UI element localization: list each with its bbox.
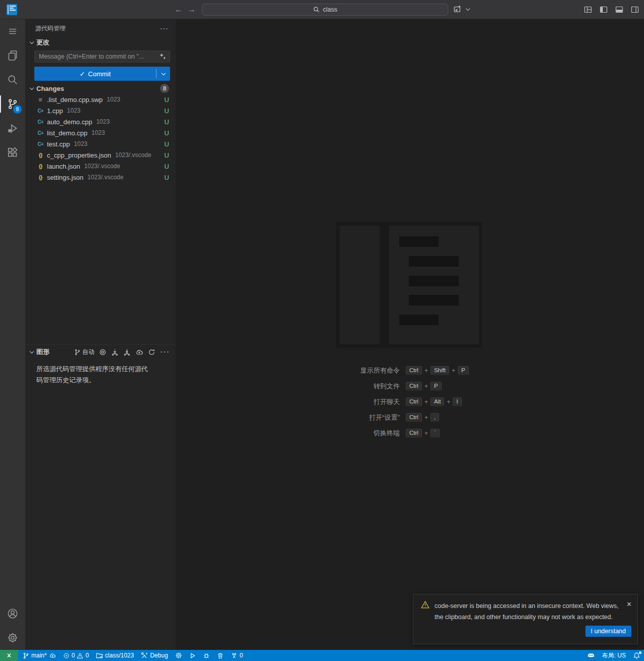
scm-file-row[interactable]: {} launch.json 1023/.vscode U [25,161,176,172]
scm-file-row[interactable]: C+ 1.cpp 1023 U [25,105,176,116]
file-type-icon: {} [36,152,44,158]
nav-back-icon[interactable]: ← [175,4,183,15]
sidebar-item-search[interactable] [0,68,25,92]
build-config-status[interactable]: Debug [137,650,171,661]
scm-file-row[interactable]: ≡ .list_demo.cpp.swp 1023 U [25,94,176,105]
commit-button[interactable]: ✓ Commit [34,67,170,81]
notification-dot [639,651,641,654]
copilot-status[interactable] [583,650,599,661]
file-status-untracked[interactable]: U [165,96,169,104]
empty-editor-watermark-illustration [336,222,482,348]
notifications-bell-button[interactable] [629,650,644,661]
customize-layout-icon[interactable] [584,6,592,14]
file-status-untracked[interactable]: U [165,174,169,181]
git-fetch-icon[interactable] [111,348,119,356]
new-window-icon [453,5,462,14]
generate-commit-message-icon[interactable] [159,53,167,60]
trash-icon [217,652,224,659]
file-status-untracked[interactable]: U [165,129,169,137]
file-status-untracked[interactable]: U [165,140,169,148]
scm-file-row[interactable]: {} c_cpp_properties.json 1023/.vscode U [25,149,176,161]
scm-file-row[interactable]: C+ auto_demo.cpp 1023 U [25,116,176,127]
error-icon [63,652,70,659]
repository-picker-button[interactable]: 自动 [74,348,94,357]
command-center-search[interactable]: class [202,4,448,16]
file-type-icon: C+ [36,141,44,147]
sidebar-item-run-debug[interactable] [0,116,25,140]
auto-label: 自动 [82,348,94,357]
keyboard-layout-status[interactable]: 布局: US [599,650,629,661]
file-type-icon: C+ [36,130,44,136]
git-branch-status[interactable]: main* [19,650,60,661]
refresh-icon[interactable] [148,348,155,356]
commit-dropdown-button[interactable] [156,67,170,81]
nav-forward-icon[interactable]: → [188,4,196,15]
file-status-untracked[interactable]: U [165,118,169,126]
key-chip: ` [431,429,440,438]
section-header-changes-cn[interactable]: 更改 [25,37,176,47]
toggle-secondary-sidebar-icon[interactable] [631,6,639,14]
scm-file-row[interactable]: {} settings.json 1023/.vscode U [25,172,176,183]
i-understand-button[interactable]: I understand [585,626,632,637]
notification-toast: code-server is being accessed in an inse… [413,594,638,644]
chevron-down-icon [30,39,34,43]
toggle-panel-icon[interactable] [615,6,623,14]
stop-clean-button[interactable] [213,650,227,661]
file-status-untracked[interactable]: U [165,151,169,159]
radio-tower-icon [231,652,238,659]
panel-more-actions-icon[interactable]: ··· [160,24,169,32]
git-branch-icon [74,349,81,355]
graph-more-actions-icon[interactable]: ··· [160,347,170,357]
close-icon[interactable]: × [627,600,631,608]
scm-file-row[interactable]: C+ list_demo.cpp 1023 U [25,127,176,138]
changes-tree-header[interactable]: Changes 8 [25,83,176,94]
key-chip: Ctrl [406,429,422,438]
manage-settings-button[interactable] [0,626,25,650]
debug-button[interactable] [199,650,213,661]
hamburger-menu-icon [8,26,18,36]
run-button[interactable] [186,650,199,661]
shortcut-label: 打开聊天 [304,397,400,406]
key-chip: I [453,397,461,406]
copilot-icon [587,651,595,659]
problems-status[interactable]: 0 0 [60,650,92,661]
git-push-cloud-icon[interactable] [135,348,143,356]
file-name: test.cpp [47,140,70,148]
split-window-button[interactable] [453,5,472,14]
title-bar: ← → class [0,0,644,19]
git-pull-icon[interactable] [123,348,131,356]
scm-file-row[interactable]: C+ test.cpp 1023 U [25,138,176,149]
source-control-panel: 源代码管理 ··· 更改 ✓ Commit Changes 8 [25,19,176,650]
file-path: 1023/.vscode [87,174,160,181]
file-path: 1023 [96,118,160,125]
workspace-status[interactable]: class/1023 [92,650,137,661]
warning-icon [421,600,430,609]
file-path: 1023/.vscode [115,151,160,159]
file-status-untracked[interactable]: U [165,163,169,170]
chevron-down-icon [30,85,34,89]
file-type-icon: {} [36,174,44,180]
remote-indicator[interactable] [0,650,18,661]
workspace-name: class/1023 [105,652,134,659]
sidebar-item-explorer[interactable] [0,43,25,68]
bug-icon [203,652,210,659]
account-icon [7,608,18,619]
file-name: 1.cpp [47,107,63,115]
ports-forwarded-status[interactable]: 0 [227,650,247,661]
commit-message-input[interactable] [34,50,170,63]
menu-button[interactable] [0,19,25,43]
sidebar-item-extensions[interactable] [0,140,25,165]
graph-section-title[interactable]: 图形 [36,347,49,357]
file-type-icon: {} [36,163,44,169]
build-gear-button[interactable] [172,650,186,661]
changes-count-badge: 8 [160,84,169,93]
search-icon [313,6,320,13]
file-type-icon: ≡ [36,96,44,104]
history-item-reference-icon[interactable] [99,348,106,356]
file-status-untracked[interactable]: U [165,107,169,115]
file-path: 1023 [67,107,160,114]
branch-name: main* [31,652,47,659]
account-button[interactable] [0,601,25,626]
sidebar-item-source-control[interactable]: 8 [0,92,25,116]
toggle-primary-sidebar-icon[interactable] [600,6,608,14]
